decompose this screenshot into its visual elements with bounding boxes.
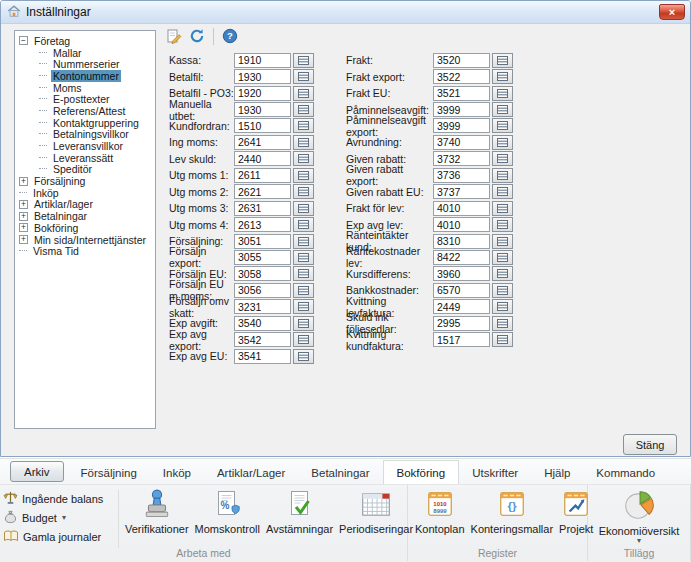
account-number-input[interactable] [433,135,490,150]
account-lookup-button[interactable] [492,234,513,249]
account-lookup-button[interactable] [293,250,314,265]
tree-item-moms[interactable]: Moms [15,82,155,94]
account-number-input[interactable] [234,69,291,84]
account-lookup-button[interactable] [492,168,513,183]
ribbon-button-verifikationer[interactable]: Verifikationer [122,487,192,536]
collapse-icon[interactable]: − [19,36,28,45]
tree-item-bokf-ring[interactable]: +Bokföring [15,222,155,234]
account-number-input[interactable] [234,349,291,364]
account-lookup-button[interactable] [492,184,513,199]
account-number-input[interactable] [433,283,490,298]
tree-item-nummerserier[interactable]: Nummerserier [15,58,155,70]
account-lookup-button[interactable] [293,234,314,249]
tree-item-kontonummer[interactable]: Kontonummer [15,70,155,82]
ribbon-button-kontoplan[interactable]: 10108999Kontoplan [412,487,468,536]
account-number-input[interactable] [433,151,490,166]
ribbon-tab-artiklar-lager[interactable]: Artiklar/Lager [204,461,298,484]
account-number-input[interactable] [234,299,291,314]
account-lookup-button[interactable] [293,266,314,281]
account-number-input[interactable] [234,151,291,166]
tree-item-spedit-r[interactable]: Speditör [15,164,155,176]
account-number-input[interactable] [433,299,490,314]
account-number-input[interactable] [234,135,291,150]
account-number-input[interactable] [234,118,291,133]
ribbon-tab-hj-lp[interactable]: Hjälp [531,461,583,484]
tree-item-visma-tid[interactable]: Visma Tid [15,245,155,257]
account-lookup-button[interactable] [293,283,314,298]
close-dialog-button[interactable]: Stäng [623,434,677,455]
tree-item-f-rs-ljning[interactable]: +Försäljning [15,175,155,187]
refresh-icon[interactable] [188,27,206,45]
account-lookup-button[interactable] [293,201,314,216]
tree-item-e-posttexter[interactable]: E-posttexter [15,93,155,105]
expand-icon[interactable]: + [19,212,28,221]
account-number-input[interactable] [433,332,490,347]
account-lookup-button[interactable] [293,102,314,117]
tree-item-ink-p[interactable]: Inköp [15,187,155,199]
account-lookup-button[interactable] [492,299,513,314]
tree-item-f-retag[interactable]: −Företag [15,35,155,47]
ribbon-tab-ink-p[interactable]: Inköp [150,461,204,484]
file-menu-button[interactable]: Arkiv [10,461,64,482]
account-number-input[interactable] [234,266,291,281]
tree-item-artiklar-lager[interactable]: +Artiklar/lager [15,199,155,211]
ribbon-button-ekonomi-versikt[interactable]: Ekonomiöversikt▾ [596,487,683,545]
account-lookup-button[interactable] [293,168,314,183]
quick-button-budget[interactable]: Budget▾ [3,508,115,527]
ribbon-tab-betalningar[interactable]: Betalningar [298,461,382,484]
account-number-input[interactable] [433,86,490,101]
account-lookup-button[interactable] [293,299,314,314]
account-lookup-button[interactable] [492,102,513,117]
account-lookup-button[interactable] [293,184,314,199]
account-lookup-button[interactable] [492,201,513,216]
account-number-input[interactable] [234,102,291,117]
account-number-input[interactable] [433,234,490,249]
account-lookup-button[interactable] [492,151,513,166]
ribbon-tab-bokf-ring[interactable]: Bokföring [383,460,460,484]
account-lookup-button[interactable] [293,151,314,166]
expand-icon[interactable]: + [19,177,28,186]
account-number-input[interactable] [433,250,490,265]
tree-item-min-sida-internettj-nster[interactable]: +Min sida/Internettjänster [15,234,155,246]
account-lookup-button[interactable] [492,250,513,265]
account-lookup-button[interactable] [293,349,314,364]
account-number-input[interactable] [433,69,490,84]
account-number-input[interactable] [433,201,490,216]
account-lookup-button[interactable] [492,53,513,68]
account-lookup-button[interactable] [293,135,314,150]
account-number-input[interactable] [433,266,490,281]
account-number-input[interactable] [234,217,291,232]
tree-item-betalningsvillkor[interactable]: Betalningsvillkor [15,129,155,141]
ribbon-tab-kommando[interactable]: Kommando [583,461,668,484]
account-number-input[interactable] [234,234,291,249]
ribbon-button-konteringsmallar[interactable]: {}Konteringsmallar [468,487,557,536]
account-lookup-button[interactable] [492,316,513,331]
ribbon-button-avst-mningar[interactable]: Avstämningar [263,487,336,536]
close-icon[interactable]: × [659,4,685,20]
tree-item-referens-attest[interactable]: Referens/Attest [15,105,155,117]
account-lookup-button[interactable] [293,217,314,232]
account-number-input[interactable] [433,53,490,68]
account-number-input[interactable] [234,184,291,199]
account-lookup-button[interactable] [492,332,513,347]
expand-icon[interactable]: + [19,223,28,232]
account-lookup-button[interactable] [293,86,314,101]
account-lookup-button[interactable] [492,135,513,150]
account-lookup-button[interactable] [293,332,314,347]
account-lookup-button[interactable] [293,53,314,68]
tree-item-mallar[interactable]: Mallar [15,47,155,59]
account-lookup-button[interactable] [492,283,513,298]
account-lookup-button[interactable] [293,316,314,331]
account-number-input[interactable] [433,316,490,331]
help-icon[interactable]: ? [221,27,239,45]
account-number-input[interactable] [234,316,291,331]
tree-item-leveransvillkor[interactable]: Leveransvillkor [15,140,155,152]
account-lookup-button[interactable] [492,86,513,101]
account-lookup-button[interactable] [293,118,314,133]
account-number-input[interactable] [433,184,490,199]
dialog-titlebar[interactable]: Inställningar × [1,1,690,24]
account-number-input[interactable] [234,86,291,101]
account-lookup-button[interactable] [492,118,513,133]
account-lookup-button[interactable] [492,217,513,232]
expand-icon[interactable]: + [19,235,28,244]
